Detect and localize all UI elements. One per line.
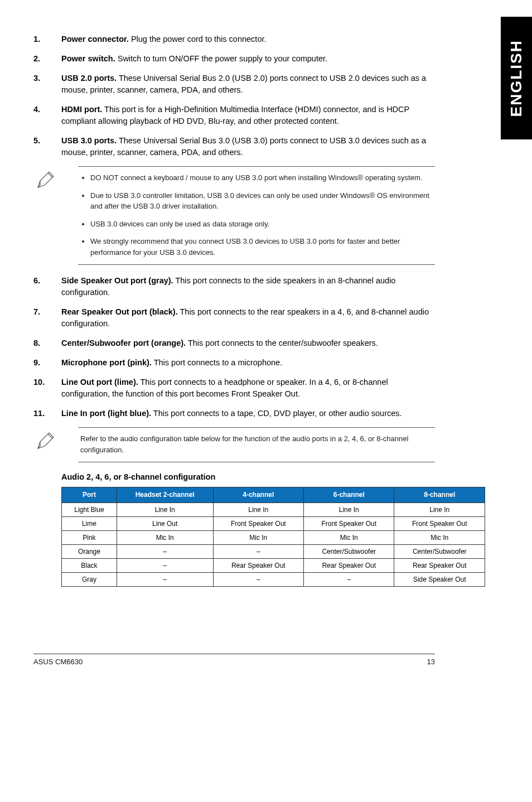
item-number: 8. xyxy=(33,337,61,349)
item-label: USB 3.0 ports. xyxy=(61,136,117,145)
item-text: These Universal Serial Bus 3.0 (USB 3.0)… xyxy=(61,136,426,157)
item-body: Side Speaker Out port (gray). This port … xyxy=(61,275,435,298)
table-header: Port xyxy=(62,487,117,503)
table-cell: – xyxy=(117,572,213,586)
side-language-tab: ENGLISH xyxy=(501,17,532,139)
item-body: USB 3.0 ports. These Universal Serial Bu… xyxy=(61,135,435,158)
item-body: Line In port (light blue). This port con… xyxy=(61,408,435,419)
table-cell: Center/Subwoofer xyxy=(304,544,394,558)
pencil-icon xyxy=(33,166,78,265)
table-cell: Line In xyxy=(213,503,303,516)
table-header: 8-channel xyxy=(394,487,485,503)
list-item: 7. Rear Speaker Out port (black). This p… xyxy=(33,306,435,330)
item-label: Line In port (light blue). xyxy=(61,409,151,418)
pencil-icon xyxy=(33,427,78,462)
item-label: Power connector. xyxy=(61,35,129,44)
table-row: Light Blue Line In Line In Line In Line … xyxy=(62,503,485,516)
table-cell: Mic In xyxy=(213,530,303,544)
list-item: 9. Microphone port (pink). This port con… xyxy=(33,357,435,369)
item-label: Side Speaker Out port (gray). xyxy=(61,276,173,285)
item-text: This port connects to a microphone. xyxy=(152,358,282,367)
item-body: Power switch. Switch to turn ON/OFF the … xyxy=(61,53,435,65)
table-title: Audio 2, 4, 6, or 8-channel configuratio… xyxy=(61,472,435,481)
item-text: These Universal Serial Bus 2.0 (USB 2.0)… xyxy=(61,74,426,94)
table-row: Pink Mic In Mic In Mic In Mic In xyxy=(62,530,485,544)
item-label: Power switch. xyxy=(61,54,115,63)
table-cell: Mic In xyxy=(117,530,213,544)
item-number: 1. xyxy=(33,33,61,45)
note-content: DO NOT connect a keyboard / mouse to any… xyxy=(78,166,435,265)
item-number: 3. xyxy=(33,73,61,96)
item-body: USB 2.0 ports. These Universal Serial Bu… xyxy=(61,73,435,96)
table-cell: Line In xyxy=(394,503,485,516)
table-cell: Mic In xyxy=(304,530,394,544)
item-body: Center/Subwoofer port (orange). This por… xyxy=(61,337,435,349)
item-number: 11. xyxy=(33,408,61,419)
side-language-text: ENGLISH xyxy=(507,40,525,117)
list-item: 2. Power switch. Switch to turn ON/OFF t… xyxy=(33,53,435,65)
page-content: 1. Power connector. Plug the power cord … xyxy=(0,0,485,683)
table-cell: Gray xyxy=(62,572,117,586)
item-label: HDMI port. xyxy=(61,105,102,114)
item-text: This port connects to the center/subwoof… xyxy=(186,339,378,347)
table-cell: Rear Speaker Out xyxy=(213,558,303,572)
item-label: Microphone port (pink). xyxy=(61,358,152,367)
table-cell: Front Speaker Out xyxy=(213,516,303,530)
item-label: USB 2.0 ports. xyxy=(61,74,117,83)
item-label: Line Out port (lime). xyxy=(61,378,138,386)
item-number: 5. xyxy=(33,135,61,158)
table-cell: Center/Subwoofer xyxy=(394,544,485,558)
note-bullet: USB 3.0 devices can only be used as data… xyxy=(90,219,431,230)
item-label: Rear Speaker Out port (black). xyxy=(61,307,178,316)
table-header: 6-channel xyxy=(304,487,394,503)
table-row: Lime Line Out Front Speaker Out Front Sp… xyxy=(62,516,485,530)
list-item: 8. Center/Subwoofer port (orange). This … xyxy=(33,337,435,349)
note-block-audio: Refer to the audio configuration table b… xyxy=(33,427,435,462)
table-cell: – xyxy=(117,558,213,572)
table-cell: Line In xyxy=(117,503,213,516)
table-cell: Side Speaker Out xyxy=(394,572,485,586)
note-block-usb3: DO NOT connect a keyboard / mouse to any… xyxy=(33,166,435,265)
item-body: Microphone port (pink). This port connec… xyxy=(61,357,435,369)
table-cell: – xyxy=(117,544,213,558)
table-cell: Rear Speaker Out xyxy=(394,558,485,572)
item-body: HDMI port. This port is for a High-Defin… xyxy=(61,104,435,127)
port-list-part2: 6. Side Speaker Out port (gray). This po… xyxy=(33,275,435,419)
table-cell: Lime xyxy=(62,516,117,530)
item-body: Line Out port (lime). This port connects… xyxy=(61,376,435,400)
list-item: 3. USB 2.0 ports. These Universal Serial… xyxy=(33,73,435,96)
table-cell: Front Speaker Out xyxy=(394,516,485,530)
table-cell: Line Out xyxy=(117,516,213,530)
list-item: 5. USB 3.0 ports. These Universal Serial… xyxy=(33,135,435,158)
item-body: Power connector. Plug the power cord to … xyxy=(61,33,435,45)
audio-config-table: Port Headset 2-channel 4-channel 6-chann… xyxy=(61,487,485,586)
item-number: 4. xyxy=(33,104,61,127)
list-item: 6. Side Speaker Out port (gray). This po… xyxy=(33,275,435,298)
table-row: Orange – – Center/Subwoofer Center/Subwo… xyxy=(62,544,485,558)
table-header: Headset 2-channel xyxy=(117,487,213,503)
footer-page-number: 13 xyxy=(427,658,435,666)
note-bullet: Due to USB 3.0 controller limitation, US… xyxy=(90,190,431,212)
note-bullet: DO NOT connect a keyboard / mouse to any… xyxy=(90,172,431,183)
note-bullet: We strongly recommend that you connect U… xyxy=(90,236,431,258)
table-cell: Light Blue xyxy=(62,503,117,516)
list-item: 1. Power connector. Plug the power cord … xyxy=(33,33,435,45)
item-number: 2. xyxy=(33,53,61,65)
item-number: 10. xyxy=(33,376,61,400)
item-number: 7. xyxy=(33,306,61,330)
table-header: 4-channel xyxy=(213,487,303,503)
footer-model: ASUS CM6630 xyxy=(33,658,83,666)
item-text: Plug the power cord to this connector. xyxy=(129,35,267,44)
table-cell: Rear Speaker Out xyxy=(304,558,394,572)
item-number: 6. xyxy=(33,275,61,298)
table-cell: Front Speaker Out xyxy=(304,516,394,530)
table-cell: – xyxy=(304,572,394,586)
table-cell: Mic In xyxy=(394,530,485,544)
item-number: 9. xyxy=(33,357,61,369)
table-cell: – xyxy=(213,544,303,558)
table-row: Black – Rear Speaker Out Rear Speaker Ou… xyxy=(62,558,485,572)
note-content: Refer to the audio configuration table b… xyxy=(78,427,435,462)
table-cell: Line In xyxy=(304,503,394,516)
item-text: This port is for a High-Definition Multi… xyxy=(61,105,409,125)
list-item: 10. Line Out port (lime). This port conn… xyxy=(33,376,435,400)
